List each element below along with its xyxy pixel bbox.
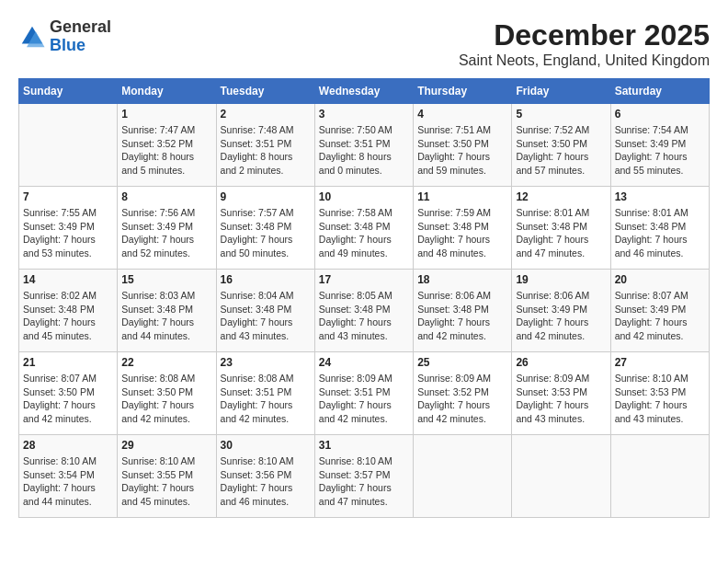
day-info: Sunrise: 7:57 AMSunset: 3:48 PMDaylight:… [221, 206, 311, 260]
calendar-cell: 29Sunrise: 8:10 AMSunset: 3:55 PMDayligh… [118, 435, 216, 518]
page-header: General Blue December 2025 Saint Neots, … [18, 18, 710, 69]
day-number: 10 [319, 190, 409, 203]
calendar-cell: 14Sunrise: 8:02 AMSunset: 3:48 PMDayligh… [19, 270, 118, 352]
calendar-cell: 15Sunrise: 8:03 AMSunset: 3:48 PMDayligh… [118, 270, 216, 352]
day-info: Sunrise: 8:06 AMSunset: 3:48 PMDaylight:… [417, 289, 507, 343]
day-number: 8 [121, 190, 211, 203]
calendar-cell: 8Sunrise: 7:56 AMSunset: 3:49 PMDaylight… [118, 187, 216, 270]
day-number: 25 [417, 356, 507, 369]
calendar-cell: 31Sunrise: 8:10 AMSunset: 3:57 PMDayligh… [314, 435, 413, 518]
day-info: Sunrise: 7:54 AMSunset: 3:49 PMDaylight:… [615, 123, 705, 178]
day-info: Sunrise: 8:05 AMSunset: 3:48 PMDaylight:… [319, 289, 409, 343]
day-info: Sunrise: 7:59 AMSunset: 3:48 PMDaylight:… [417, 206, 507, 260]
day-info: Sunrise: 7:58 AMSunset: 3:48 PMDaylight:… [319, 206, 409, 260]
day-info: Sunrise: 8:10 AMSunset: 3:56 PMDaylight:… [221, 454, 311, 509]
calendar-cell: 7Sunrise: 7:55 AMSunset: 3:49 PMDaylight… [19, 187, 118, 270]
day-info: Sunrise: 7:50 AMSunset: 3:51 PMDaylight:… [319, 123, 409, 178]
header-sunday: Sunday [19, 79, 118, 104]
day-info: Sunrise: 8:04 AMSunset: 3:48 PMDaylight:… [221, 289, 311, 343]
calendar-cell: 12Sunrise: 8:01 AMSunset: 3:48 PMDayligh… [512, 187, 610, 270]
day-info: Sunrise: 8:10 AMSunset: 3:55 PMDaylight:… [121, 454, 211, 509]
day-info: Sunrise: 7:52 AMSunset: 3:50 PMDaylight:… [516, 123, 606, 178]
calendar-cell: 9Sunrise: 7:57 AMSunset: 3:48 PMDaylight… [216, 187, 314, 270]
day-number: 26 [516, 356, 606, 369]
header-tuesday: Tuesday [216, 79, 314, 104]
day-info: Sunrise: 8:10 AMSunset: 3:54 PMDaylight:… [23, 454, 113, 509]
day-number: 19 [516, 273, 606, 286]
day-number: 20 [615, 273, 705, 286]
calendar-header-row: SundayMondayTuesdayWednesdayThursdayFrid… [19, 79, 710, 104]
day-number: 31 [319, 439, 409, 452]
calendar-cell: 28Sunrise: 8:10 AMSunset: 3:54 PMDayligh… [19, 435, 118, 518]
calendar-cell: 23Sunrise: 8:08 AMSunset: 3:51 PMDayligh… [216, 352, 314, 435]
day-number: 23 [221, 356, 311, 369]
calendar-cell: 10Sunrise: 7:58 AMSunset: 3:48 PMDayligh… [314, 187, 413, 270]
day-number: 6 [615, 108, 705, 121]
calendar-cell [414, 435, 512, 518]
day-info: Sunrise: 8:07 AMSunset: 3:50 PMDaylight:… [23, 372, 113, 426]
day-info: Sunrise: 7:48 AMSunset: 3:51 PMDaylight:… [221, 123, 311, 178]
calendar-cell: 21Sunrise: 8:07 AMSunset: 3:50 PMDayligh… [19, 352, 118, 435]
logo: General Blue [18, 18, 111, 55]
day-number: 11 [417, 190, 507, 203]
header-wednesday: Wednesday [314, 79, 413, 104]
calendar-cell: 16Sunrise: 8:04 AMSunset: 3:48 PMDayligh… [216, 270, 314, 352]
header-thursday: Thursday [414, 79, 512, 104]
calendar-cell: 24Sunrise: 8:09 AMSunset: 3:51 PMDayligh… [314, 352, 413, 435]
day-number: 14 [23, 273, 113, 286]
calendar-week-4: 21Sunrise: 8:07 AMSunset: 3:50 PMDayligh… [19, 352, 710, 435]
calendar-week-3: 14Sunrise: 8:02 AMSunset: 3:48 PMDayligh… [19, 270, 710, 352]
day-info: Sunrise: 7:47 AMSunset: 3:52 PMDaylight:… [121, 123, 211, 178]
day-number: 4 [417, 108, 507, 121]
logo-text: General Blue [50, 18, 111, 55]
day-number: 2 [221, 108, 311, 121]
day-info: Sunrise: 8:10 AMSunset: 3:57 PMDaylight:… [319, 454, 409, 509]
day-number: 24 [319, 356, 409, 369]
day-info: Sunrise: 8:08 AMSunset: 3:50 PMDaylight:… [121, 372, 211, 426]
calendar-cell: 20Sunrise: 8:07 AMSunset: 3:49 PMDayligh… [610, 270, 709, 352]
title-block: December 2025 Saint Neots, England, Unit… [459, 18, 710, 69]
calendar-cell: 13Sunrise: 8:01 AMSunset: 3:48 PMDayligh… [610, 187, 709, 270]
calendar-cell: 4Sunrise: 7:51 AMSunset: 3:50 PMDaylight… [414, 104, 512, 187]
header-monday: Monday [118, 79, 216, 104]
calendar-cell: 3Sunrise: 7:50 AMSunset: 3:51 PMDaylight… [314, 104, 413, 187]
day-number: 9 [221, 190, 311, 203]
day-info: Sunrise: 7:55 AMSunset: 3:49 PMDaylight:… [23, 206, 113, 260]
calendar-week-5: 28Sunrise: 8:10 AMSunset: 3:54 PMDayligh… [19, 435, 710, 518]
day-info: Sunrise: 8:09 AMSunset: 3:53 PMDaylight:… [516, 372, 606, 426]
day-number: 3 [319, 108, 409, 121]
day-info: Sunrise: 8:01 AMSunset: 3:48 PMDaylight:… [615, 206, 705, 260]
calendar-cell: 22Sunrise: 8:08 AMSunset: 3:50 PMDayligh… [118, 352, 216, 435]
day-number: 17 [319, 273, 409, 286]
calendar-week-2: 7Sunrise: 7:55 AMSunset: 3:49 PMDaylight… [19, 187, 710, 270]
day-info: Sunrise: 7:56 AMSunset: 3:49 PMDaylight:… [121, 206, 211, 260]
calendar-cell [19, 104, 118, 187]
day-info: Sunrise: 7:51 AMSunset: 3:50 PMDaylight:… [417, 123, 507, 178]
calendar-cell: 17Sunrise: 8:05 AMSunset: 3:48 PMDayligh… [314, 270, 413, 352]
day-number: 29 [121, 439, 211, 452]
day-number: 16 [221, 273, 311, 286]
calendar-cell: 1Sunrise: 7:47 AMSunset: 3:52 PMDaylight… [118, 104, 216, 187]
calendar-cell: 30Sunrise: 8:10 AMSunset: 3:56 PMDayligh… [216, 435, 314, 518]
day-number: 12 [516, 190, 606, 203]
calendar-cell: 5Sunrise: 7:52 AMSunset: 3:50 PMDaylight… [512, 104, 610, 187]
day-info: Sunrise: 8:02 AMSunset: 3:48 PMDaylight:… [23, 289, 113, 343]
calendar-cell: 2Sunrise: 7:48 AMSunset: 3:51 PMDaylight… [216, 104, 314, 187]
calendar-cell: 18Sunrise: 8:06 AMSunset: 3:48 PMDayligh… [414, 270, 512, 352]
day-info: Sunrise: 8:06 AMSunset: 3:49 PMDaylight:… [516, 289, 606, 343]
calendar-table: SundayMondayTuesdayWednesdayThursdayFrid… [18, 78, 710, 518]
page-subtitle: Saint Neots, England, United Kingdom [459, 52, 710, 69]
logo-icon [18, 23, 46, 51]
day-info: Sunrise: 8:08 AMSunset: 3:51 PMDaylight:… [221, 372, 311, 426]
calendar-week-1: 1Sunrise: 7:47 AMSunset: 3:52 PMDaylight… [19, 104, 710, 187]
calendar-cell [512, 435, 610, 518]
header-saturday: Saturday [610, 79, 709, 104]
day-info: Sunrise: 8:03 AMSunset: 3:48 PMDaylight:… [121, 289, 211, 343]
day-number: 27 [615, 356, 705, 369]
calendar-cell: 19Sunrise: 8:06 AMSunset: 3:49 PMDayligh… [512, 270, 610, 352]
day-number: 21 [23, 356, 113, 369]
day-number: 30 [221, 439, 311, 452]
page-title: December 2025 [459, 18, 710, 52]
day-number: 28 [23, 439, 113, 452]
day-info: Sunrise: 8:01 AMSunset: 3:48 PMDaylight:… [516, 206, 606, 260]
